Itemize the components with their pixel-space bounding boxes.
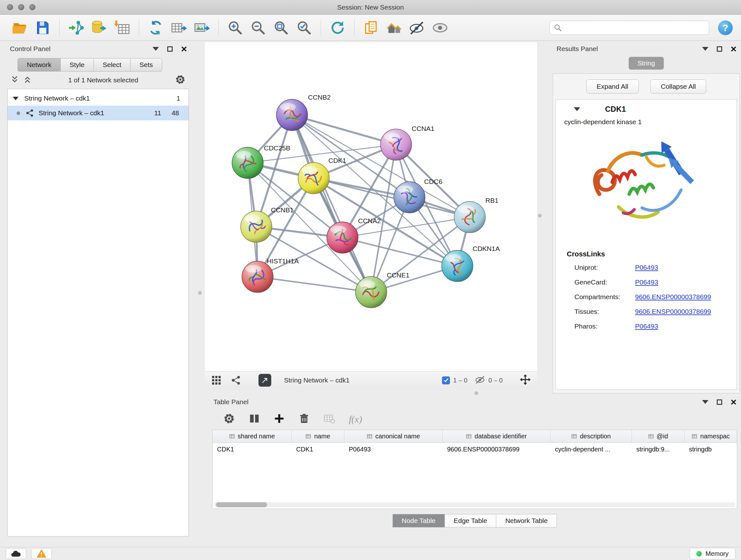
collection-expander-icon[interactable] xyxy=(13,97,18,100)
column-header[interactable]: @id xyxy=(632,430,684,442)
close-window-button[interactable] xyxy=(7,4,13,10)
cell-id[interactable]: stringdb:9... xyxy=(632,446,684,453)
cell-name[interactable]: CDK1 xyxy=(292,446,344,453)
table-row[interactable]: CDK1 CDK1 P06493 9606.ENSP00000378699 cy… xyxy=(212,443,737,455)
tab-network[interactable]: Network xyxy=(17,58,61,71)
network-node-CCNB1[interactable] xyxy=(241,211,272,242)
delete-row-trash-icon[interactable] xyxy=(298,413,310,426)
column-header[interactable]: name xyxy=(292,430,344,442)
crosslink-tissues-link[interactable]: 9606.ENSP00000378699 xyxy=(635,308,711,315)
crosslink-pharos-link[interactable]: P06493 xyxy=(635,322,658,330)
open-session-icon[interactable] xyxy=(10,18,29,37)
crosslink-compartments-link[interactable]: 9606.ENSP00000378699 xyxy=(635,293,711,301)
network-node-CCNA2[interactable] xyxy=(327,222,358,253)
close-panel-icon[interactable]: × xyxy=(731,398,737,406)
network-options-gear-icon[interactable] xyxy=(175,74,186,86)
import-table-file-icon[interactable] xyxy=(113,18,132,37)
hidden-items-eye-icon[interactable] xyxy=(475,374,485,386)
cloud-status-button[interactable] xyxy=(6,548,26,559)
network-node-CCNB2[interactable] xyxy=(276,99,308,131)
zoom-selected-icon[interactable] xyxy=(294,18,314,37)
search-box[interactable] xyxy=(549,21,709,35)
export-image-icon[interactable] xyxy=(192,18,211,37)
float-panel-icon[interactable] xyxy=(167,46,173,52)
tab-edge-table[interactable]: Edge Table xyxy=(445,514,496,527)
network-collection-row[interactable]: String Network – cdk1 1 xyxy=(8,91,189,106)
cell-database-identifier[interactable]: 9606.ENSP00000378699 xyxy=(443,446,550,453)
cell-shared-name[interactable]: CDK1 xyxy=(212,446,292,453)
zoom-out-icon[interactable] xyxy=(249,18,268,37)
tab-string[interactable]: String xyxy=(629,57,664,70)
network-node-HIST1H1A[interactable] xyxy=(242,261,273,293)
column-header[interactable]: database identifier xyxy=(443,430,550,442)
panel-menu-icon[interactable] xyxy=(702,400,709,404)
network-node-CCNA1[interactable] xyxy=(381,129,412,160)
cell-description[interactable]: cyclin-dependent ... xyxy=(550,446,632,453)
column-header[interactable]: shared name xyxy=(212,430,292,442)
network-row[interactable]: String Network – cdk1 11 48 xyxy=(8,106,189,120)
tab-sets[interactable]: Sets xyxy=(131,58,162,71)
copy-document-icon[interactable] xyxy=(361,18,381,37)
search-input[interactable] xyxy=(565,23,705,32)
network-node-CDC25B[interactable] xyxy=(232,147,263,179)
zoom-window-button[interactable] xyxy=(29,4,36,10)
export-table-icon[interactable] xyxy=(169,18,188,37)
refresh-network-icon[interactable] xyxy=(328,18,347,37)
zoom-fit-icon[interactable] xyxy=(272,18,291,37)
selected-items-checkbox-icon[interactable] xyxy=(442,376,450,384)
expand-all-networks-icon[interactable] xyxy=(10,75,19,85)
panel-menu-icon[interactable] xyxy=(702,47,709,51)
vertical-splitter-handle[interactable] xyxy=(198,291,202,295)
collapse-all-networks-icon[interactable] xyxy=(23,75,31,85)
horizontal-splitter-handle[interactable] xyxy=(475,391,478,395)
network-canvas[interactable]: CCNB2CCNA1CDC25BCDK1CDC6RB1CCNB1CCNA2CDK… xyxy=(205,42,537,371)
open-in-new-window-button[interactable] xyxy=(259,374,271,387)
apply-layout-cycle-icon[interactable] xyxy=(146,18,165,37)
network-node-CCNE1[interactable] xyxy=(355,276,387,308)
tab-network-table[interactable]: Network Table xyxy=(496,514,557,527)
cell-canonical-name[interactable]: P06493 xyxy=(344,446,443,453)
birds-eye-view-icon[interactable] xyxy=(211,374,222,386)
network-node-CDC6[interactable] xyxy=(394,182,425,213)
memory-button[interactable]: Memory xyxy=(690,548,735,559)
network-node-CDK1[interactable] xyxy=(298,163,329,194)
share-network-icon[interactable] xyxy=(230,375,241,386)
tab-style[interactable]: Style xyxy=(61,58,94,71)
float-panel-icon[interactable] xyxy=(717,399,722,405)
table-settings-gear-icon[interactable] xyxy=(223,413,235,426)
add-row-icon[interactable] xyxy=(273,413,285,426)
gene-collapse-icon[interactable] xyxy=(574,107,580,111)
horizontal-scrollbar[interactable] xyxy=(214,502,735,507)
pan-network-icon[interactable] xyxy=(519,374,531,387)
crosslink-uniprot-link[interactable]: P06493 xyxy=(635,264,658,271)
warnings-button[interactable] xyxy=(31,548,52,559)
select-columns-icon[interactable] xyxy=(249,413,260,426)
hide-graphic-details-icon[interactable] xyxy=(408,18,427,37)
home-views-icon[interactable] xyxy=(385,18,404,37)
vertical-splitter-handle[interactable] xyxy=(538,214,542,217)
close-panel-icon[interactable]: × xyxy=(181,45,187,52)
column-header[interactable]: description xyxy=(550,430,632,442)
import-network-file-icon[interactable] xyxy=(67,18,86,37)
zoom-in-icon[interactable] xyxy=(226,18,245,37)
network-node-CDKN1A[interactable] xyxy=(442,250,473,282)
tab-node-table[interactable]: Node Table xyxy=(393,514,445,527)
float-panel-icon[interactable] xyxy=(717,46,722,52)
minimize-window-button[interactable] xyxy=(18,4,24,10)
function-builder-icon[interactable]: f(x) xyxy=(349,414,362,425)
close-panel-icon[interactable]: × xyxy=(731,45,737,52)
expand-all-button[interactable]: Expand All xyxy=(586,79,639,94)
scrollbar-thumb[interactable] xyxy=(216,502,267,507)
show-graphic-details-icon[interactable] xyxy=(430,18,450,37)
tab-select[interactable]: Select xyxy=(94,58,131,71)
cell-namespace[interactable]: stringdb xyxy=(684,446,737,453)
network-node-RB1[interactable] xyxy=(454,201,485,233)
crosslink-genecard-link[interactable]: P06493 xyxy=(635,278,658,286)
column-header[interactable]: canonical name xyxy=(344,430,443,442)
help-icon[interactable]: ? xyxy=(718,20,733,35)
save-session-icon[interactable] xyxy=(33,18,52,37)
import-network-database-icon[interactable] xyxy=(90,18,109,37)
collapse-all-button[interactable]: Collapse All xyxy=(650,79,706,94)
column-header[interactable]: namespac xyxy=(684,430,737,442)
panel-menu-icon[interactable] xyxy=(152,47,159,51)
